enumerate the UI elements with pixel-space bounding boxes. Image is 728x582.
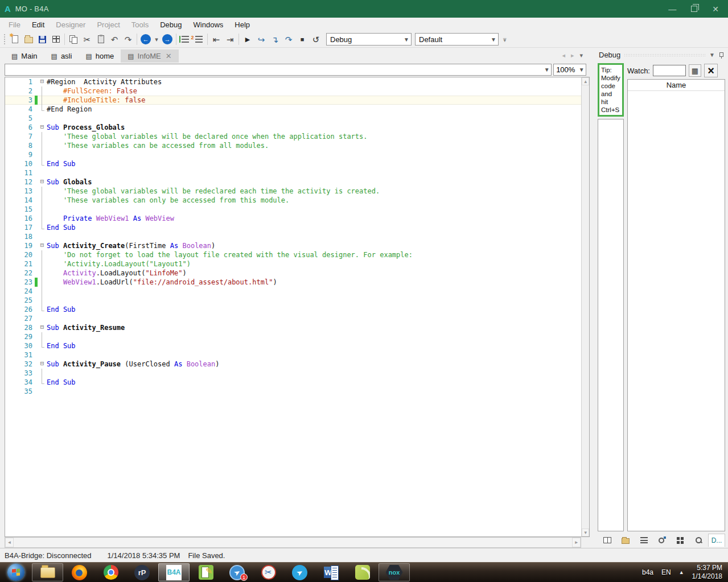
step-over-icon[interactable]: ↷	[282, 32, 295, 46]
members-dropdown[interactable]: ▼	[5, 64, 552, 76]
tab-asli[interactable]: ▤asli	[44, 49, 79, 63]
minimize-icon[interactable]: —	[668, 5, 676, 13]
calculator-icon[interactable]: ▦	[689, 64, 701, 77]
undo-icon[interactable]: ↶	[108, 32, 121, 46]
libraries-tab-icon[interactable]	[599, 534, 616, 547]
fold-collapse-icon[interactable]: ⊟	[38, 241, 47, 250]
debug-mode-select[interactable]: Debug ▼	[326, 33, 412, 46]
step-into-icon[interactable]: ↴	[268, 32, 282, 46]
menu-tools[interactable]: Tools	[126, 19, 154, 31]
tab-close-icon[interactable]: ✕	[166, 52, 172, 60]
new-file-icon[interactable]	[8, 32, 22, 46]
menu-file[interactable]: File	[3, 19, 26, 31]
menu-help[interactable]: Help	[229, 19, 255, 31]
menu-windows[interactable]: Windows	[188, 19, 229, 31]
tab-scroll-right-icon[interactable]: ▸	[571, 52, 574, 59]
code-editor[interactable]: 1⊟#Region Activity Attributes2 #FullScre…	[5, 77, 581, 537]
tab-scroll-left-icon[interactable]: ◂	[562, 52, 566, 59]
resume-icon[interactable]: ↪	[254, 32, 268, 46]
tray-app-label[interactable]: b4a	[642, 568, 653, 576]
restore-icon[interactable]	[691, 6, 697, 12]
indent-icon[interactable]: ⇥	[223, 32, 237, 46]
fold-guide	[38, 187, 47, 196]
igram[interactable]: ➤1	[221, 563, 253, 582]
fold-collapse-icon[interactable]: ⊟	[38, 178, 47, 187]
nox[interactable]: nox	[379, 563, 410, 581]
close-icon[interactable]: ✕	[712, 5, 719, 13]
restart-icon[interactable]: ↺	[309, 32, 323, 46]
tab-main[interactable]: ▤Main	[5, 49, 44, 63]
find-references-tab-icon[interactable]	[653, 534, 671, 547]
file-explorer[interactable]	[32, 563, 63, 581]
tab-infome[interactable]: ▤InfoME✕	[121, 49, 178, 63]
modules-tab-icon[interactable]	[672, 534, 689, 547]
menu-edit[interactable]: Edit	[27, 19, 50, 31]
logs-tab-icon[interactable]	[635, 534, 652, 547]
line-number: 30	[5, 341, 35, 350]
clear-watch-icon[interactable]: ×	[704, 64, 718, 77]
scroll-down-icon[interactable]: ▼	[582, 529, 589, 536]
outdent-icon[interactable]: ⇤	[209, 32, 223, 46]
toolbar-grip[interactable]	[3, 34, 6, 44]
uncomment-icon[interactable]	[192, 32, 205, 46]
paste-icon[interactable]	[94, 32, 108, 46]
name-column-header[interactable]: Name	[628, 80, 725, 91]
pin-icon[interactable]	[718, 52, 724, 59]
rp-app[interactable]: rP	[126, 563, 158, 582]
firefox[interactable]	[64, 563, 95, 582]
scroll-up-icon[interactable]: ▲	[582, 77, 589, 85]
forward-icon[interactable]: →	[161, 32, 174, 46]
horizontal-scrollbar[interactable]: ◄ ►	[5, 537, 581, 548]
fold-collapse-icon[interactable]: ⊟	[38, 360, 47, 369]
search-tab-icon[interactable]	[690, 534, 707, 547]
telegram[interactable]: ➤	[284, 563, 315, 582]
language-indicator[interactable]: EN	[661, 568, 671, 576]
notepad-plus-plus-icon	[199, 565, 213, 580]
scroll-left-icon[interactable]: ◄	[5, 538, 14, 547]
tab-label: InfoME	[138, 52, 161, 60]
watch-input[interactable]	[653, 65, 686, 76]
code-line: 11	[5, 168, 581, 178]
save-icon[interactable]	[35, 32, 49, 46]
menu-debug[interactable]: Debug	[155, 19, 187, 31]
tray-expand-icon[interactable]: ▲	[679, 569, 684, 575]
tab-home[interactable]: ▤home	[79, 49, 121, 63]
chrome[interactable]	[95, 563, 126, 582]
notepad-plus-plus[interactable]	[190, 563, 221, 582]
open-icon[interactable]	[22, 32, 35, 46]
redo-icon[interactable]: ↷	[121, 32, 135, 46]
fold-guide	[38, 132, 47, 141]
toolbar-overflow-icon[interactable]: –▾	[503, 37, 507, 42]
fold-collapse-icon[interactable]: ⊟	[38, 123, 47, 132]
vertical-scrollbar[interactable]: ▲ ▼	[581, 77, 590, 537]
zoom-select[interactable]: 100% ▼	[553, 64, 586, 76]
word[interactable]: W	[315, 563, 347, 582]
chevron-down-icon[interactable]: ▼	[709, 52, 715, 58]
back-dropdown-icon[interactable]: ▾	[153, 32, 161, 46]
files-tab-icon[interactable]	[617, 534, 634, 547]
comment-icon[interactable]	[178, 32, 192, 46]
cut-icon[interactable]: ✂	[80, 32, 94, 46]
b4a[interactable]: B4A	[158, 563, 190, 581]
stop-icon[interactable]: ■	[295, 32, 309, 46]
word-icon: W	[324, 565, 339, 580]
panel-drag-handle[interactable]	[624, 53, 706, 57]
menu-designer[interactable]: Designer	[51, 19, 91, 31]
run-icon[interactable]: ▶	[241, 32, 254, 46]
menu-project[interactable]: Project	[92, 19, 125, 31]
shareit[interactable]	[347, 563, 378, 582]
scroll-right-icon[interactable]: ►	[572, 538, 581, 547]
build-config-select[interactable]: Default ▼	[415, 33, 499, 46]
tab-list-icon[interactable]: ▾	[580, 52, 583, 59]
copy-icon[interactable]	[67, 32, 80, 46]
fold-collapse-icon[interactable]: ⊟	[38, 323, 47, 332]
start-button[interactable]	[0, 563, 31, 582]
back-icon[interactable]: ←	[139, 32, 153, 46]
debug-tab[interactable]: D...	[708, 534, 725, 547]
snipping-tool[interactable]: ✂	[253, 563, 284, 582]
panel-splitter[interactable]	[590, 48, 597, 548]
package-icon[interactable]	[49, 32, 63, 46]
fold-collapse-icon[interactable]: ⊟	[38, 77, 47, 86]
tray-clock[interactable]: 5:37 PM 1/14/2018	[692, 564, 722, 581]
toolbar-separator	[176, 34, 176, 45]
